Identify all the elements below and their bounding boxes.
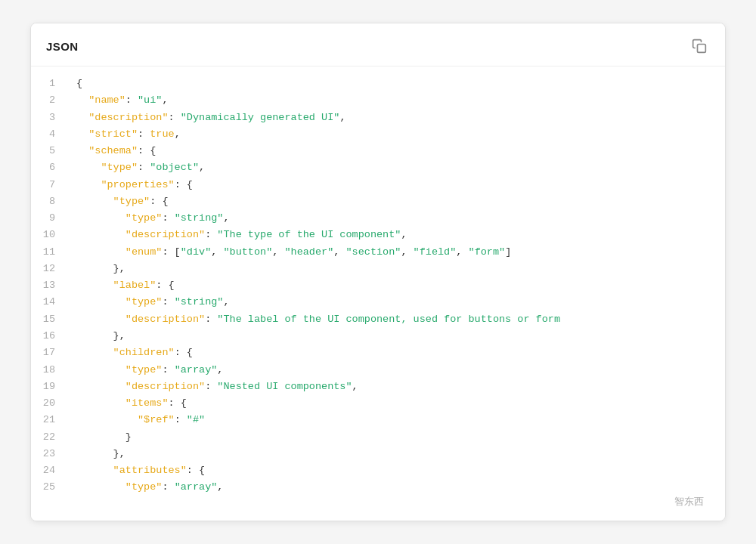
line-number: 14 bbox=[40, 294, 55, 311]
line-number: 16 bbox=[40, 328, 55, 345]
json-string-value: "div" bbox=[181, 246, 212, 258]
line-number: 9 bbox=[40, 210, 55, 227]
json-header: JSON bbox=[31, 23, 725, 66]
line-number: 23 bbox=[40, 446, 55, 462]
line-number: 22 bbox=[40, 429, 55, 446]
json-punct: { bbox=[76, 78, 82, 89]
json-string-value: "#" bbox=[187, 414, 205, 425]
code-line: }, bbox=[76, 446, 710, 462]
json-punct: }, bbox=[76, 263, 125, 274]
code-line: } bbox=[76, 429, 710, 446]
json-punct: , bbox=[401, 246, 413, 258]
json-punct: , bbox=[223, 212, 229, 224]
code-line: "description": "Nested UI components", bbox=[76, 379, 710, 395]
line-number: 18 bbox=[40, 362, 55, 379]
json-key: "label" bbox=[76, 280, 156, 291]
json-punct: , bbox=[217, 481, 223, 493]
code-line: "description": "The type of the UI compo… bbox=[76, 227, 710, 243]
json-punct: : bbox=[205, 229, 217, 240]
json-string-value: "Dynamically generated UI" bbox=[181, 112, 340, 123]
json-key: "description" bbox=[76, 381, 205, 392]
json-punct: : { bbox=[150, 196, 168, 207]
json-string-value: "form" bbox=[469, 246, 506, 258]
json-punct: , bbox=[162, 94, 168, 106]
json-punct: , bbox=[339, 112, 345, 123]
code-line: "children": { bbox=[76, 345, 710, 361]
code-line: "type": "string", bbox=[76, 210, 710, 227]
code-line: "schema": { bbox=[76, 143, 710, 159]
json-key: "schema" bbox=[76, 145, 138, 156]
code-area[interactable]: { "name": "ui", "description": "Dynamica… bbox=[67, 66, 725, 521]
code-line: "properties": { bbox=[76, 177, 710, 193]
json-punct: , bbox=[199, 162, 205, 173]
code-line: "type": "object", bbox=[76, 159, 710, 176]
copy-button[interactable] bbox=[689, 36, 710, 57]
json-string-value: "object" bbox=[150, 162, 199, 173]
json-punct: : { bbox=[169, 397, 187, 409]
svg-rect-0 bbox=[698, 45, 706, 53]
json-punct: : { bbox=[175, 347, 193, 358]
json-string-value: "array" bbox=[175, 364, 218, 376]
line-number: 1 bbox=[40, 76, 55, 92]
json-punct: , bbox=[272, 246, 284, 258]
json-punct: : bbox=[205, 381, 217, 392]
json-punct: }, bbox=[76, 330, 125, 342]
json-key: "description" bbox=[76, 229, 205, 240]
code-line: "type": "array", bbox=[76, 362, 710, 379]
json-punct: : [ bbox=[162, 246, 180, 258]
line-number: 11 bbox=[40, 244, 55, 261]
line-number: 19 bbox=[40, 379, 55, 395]
json-punct: : bbox=[125, 94, 138, 106]
json-key: "type" bbox=[76, 364, 162, 376]
json-punct: : { bbox=[175, 179, 193, 190]
code-line: { bbox=[76, 76, 710, 92]
code-line: "strict": true, bbox=[76, 126, 710, 143]
json-viewer: JSON 12345678910111213141516171819202122… bbox=[30, 23, 726, 521]
line-number: 13 bbox=[40, 277, 55, 294]
json-punct: , bbox=[352, 381, 358, 392]
json-key: "attributes" bbox=[76, 465, 187, 476]
json-punct: : bbox=[138, 162, 150, 173]
code-line: "description": "Dynamically generated UI… bbox=[76, 110, 710, 126]
json-key: "enum" bbox=[76, 246, 162, 258]
code-line: "name": "ui", bbox=[76, 92, 710, 109]
line-number: 20 bbox=[40, 395, 55, 412]
json-key: "type" bbox=[76, 196, 150, 207]
line-number: 24 bbox=[40, 462, 55, 479]
code-line: }, bbox=[76, 328, 710, 345]
code-line: "items": { bbox=[76, 395, 710, 412]
json-key: "name" bbox=[76, 94, 125, 106]
json-string-value: "The type of the UI component" bbox=[217, 229, 401, 240]
json-punct: } bbox=[76, 431, 132, 443]
json-punct: : bbox=[162, 364, 174, 376]
code-line: "type": "array", bbox=[76, 479, 710, 496]
json-string-value: "Nested UI components" bbox=[217, 381, 352, 392]
line-number: 2 bbox=[40, 92, 55, 109]
line-numbers: 1234567891011121314151617181920212223242… bbox=[31, 66, 67, 521]
line-number: 5 bbox=[40, 143, 55, 159]
json-string-value: "array" bbox=[175, 481, 218, 493]
json-key: "type" bbox=[76, 212, 162, 224]
json-key: "description" bbox=[76, 112, 169, 123]
json-punct: : { bbox=[156, 280, 174, 291]
json-punct: , bbox=[217, 364, 223, 376]
code-line: "description": "The label of the UI comp… bbox=[76, 311, 710, 328]
code-line: "label": { bbox=[76, 277, 710, 294]
json-punct: , bbox=[223, 296, 229, 308]
line-number: 8 bbox=[40, 193, 55, 210]
code-line: "type": { bbox=[76, 193, 710, 210]
json-key: "properties" bbox=[76, 179, 175, 190]
json-key: "strict" bbox=[76, 128, 138, 140]
line-number: 6 bbox=[40, 159, 55, 176]
json-string-value: "The label of the UI component, used for… bbox=[217, 314, 560, 325]
json-punct: : bbox=[175, 414, 187, 425]
json-punct: : bbox=[138, 128, 150, 140]
json-string-value: "field" bbox=[414, 246, 457, 258]
json-punct: : { bbox=[187, 465, 205, 476]
json-key: "type" bbox=[76, 481, 162, 493]
json-punct: : bbox=[169, 112, 181, 123]
json-bool-value: true bbox=[150, 128, 174, 140]
line-number: 10 bbox=[40, 227, 55, 243]
json-punct: , bbox=[333, 246, 345, 258]
json-string-value: "button" bbox=[223, 246, 272, 258]
